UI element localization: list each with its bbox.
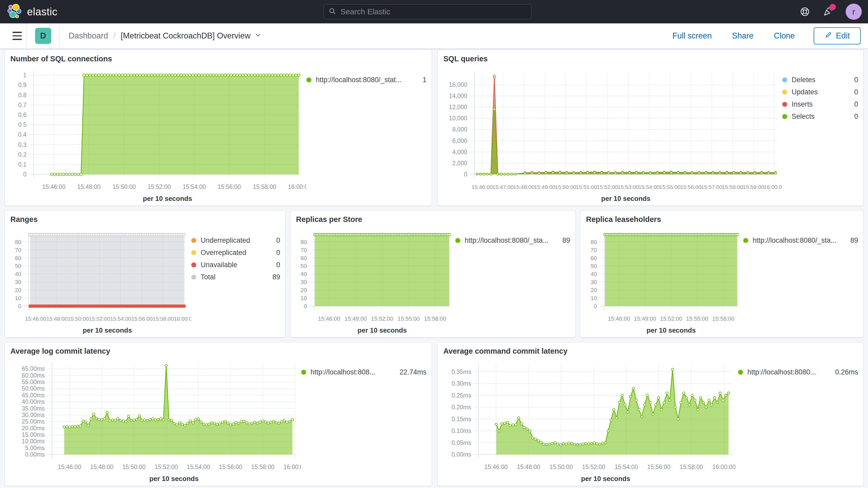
legend-value: 0: [846, 76, 858, 84]
edit-button[interactable]: Edit: [814, 27, 861, 44]
chart-legend: http://localhost:8080/_sta...89: [743, 225, 860, 335]
svg-text:0: 0: [594, 303, 597, 309]
pencil-icon: [825, 31, 832, 41]
svg-text:per 10 seconds: per 10 seconds: [647, 326, 696, 334]
legend-item[interactable]: http://localhost:8080/_sta...89: [455, 237, 570, 245]
svg-text:10: 10: [15, 295, 21, 301]
series-color-dot: [191, 275, 196, 280]
elastic-logo-icon: [7, 3, 23, 20]
series-color-dot: [455, 238, 460, 243]
search-input[interactable]: [340, 7, 527, 17]
svg-text:15:54:00: 15:54:00: [183, 183, 206, 190]
avatar[interactable]: r: [846, 4, 862, 20]
legend-item[interactable]: Underreplicated0: [191, 237, 280, 245]
legend-item[interactable]: Selects0: [782, 113, 858, 121]
svg-text:60: 60: [15, 255, 21, 262]
svg-text:15:46:00: 15:46:00: [58, 464, 81, 470]
svg-text:15:46:00: 15:46:00: [608, 315, 630, 322]
svg-text:0.5: 0.5: [18, 121, 27, 128]
svg-text:15:48:00: 15:48:00: [517, 464, 540, 470]
logo-text: elastic: [27, 6, 57, 18]
panel-sql-queries[interactable]: SQL queries 02,0004,0006,0008,00010,0001…: [437, 50, 864, 206]
legend-item[interactable]: Total89: [191, 273, 280, 281]
svg-text:0: 0: [304, 303, 307, 309]
help-icon[interactable]: [799, 6, 810, 17]
panel-average-command-commit-latency[interactable]: Average command commit latency 0.00ms0.0…: [437, 342, 864, 486]
legend-label: Inserts: [792, 100, 813, 109]
svg-text:0.8: 0.8: [18, 92, 27, 98]
panel-title: Average command commit latency: [443, 347, 863, 356]
svg-text:per 10 seconds: per 10 seconds: [358, 326, 407, 334]
legend-item[interactable]: Updates0: [782, 88, 858, 96]
elastic-logo[interactable]: elastic: [7, 3, 57, 20]
legend-label: http://localhost:808...: [311, 368, 375, 376]
panel-number-of-sql-connections[interactable]: Number of SQL connections 00.10.20.30.40…: [4, 50, 432, 206]
chart-plot[interactable]: 0102030405060708015:46:0015:49:0015:52:0…: [583, 225, 743, 335]
svg-text:0.00ms: 0.00ms: [25, 451, 45, 458]
panel-title: Average log commit latency: [10, 347, 432, 356]
svg-text:15:48:00: 15:48:00: [513, 184, 534, 190]
svg-text:65.00ms: 65.00ms: [22, 365, 45, 372]
panel-title: SQL queries: [443, 55, 863, 63]
legend-label: http://localhost:8080/_sta...: [753, 237, 837, 245]
svg-text:0: 0: [464, 171, 467, 178]
legend-value: 0: [846, 113, 858, 121]
chart-plot[interactable]: 00.10.20.30.40.50.60.70.80.9115:46:0015:…: [8, 64, 306, 203]
newsfeed-icon[interactable]: [822, 6, 834, 18]
panel-title: Replicas per Store: [296, 215, 576, 224]
breadcrumb-separator: /: [113, 31, 116, 40]
svg-text:50: 50: [301, 263, 307, 269]
svg-text:per 10 seconds: per 10 seconds: [601, 195, 650, 203]
svg-text:1: 1: [23, 72, 27, 79]
page-title[interactable]: [Metricbeat CockroachDB] Overview: [121, 31, 261, 40]
svg-text:15:58:00: 15:58:00: [712, 315, 735, 322]
svg-text:15:46:00: 15:46:00: [318, 315, 340, 322]
legend-item[interactable]: http://localhost:8080...0.26ms: [738, 368, 858, 376]
svg-text:12,000: 12,000: [449, 104, 467, 111]
menu-icon[interactable]: [8, 23, 27, 48]
svg-text:80: 80: [15, 239, 21, 245]
legend-item[interactable]: Inserts0: [782, 100, 858, 109]
chart-legend: http://localhost:808...22.74ms: [301, 357, 429, 483]
legend-item[interactable]: Unavailable0: [191, 261, 280, 269]
svg-text:15:59:00: 15:59:00: [743, 184, 764, 190]
svg-text:14,000: 14,000: [449, 92, 467, 99]
chart-plot[interactable]: 0.00ms0.05ms0.10ms0.15ms0.20ms0.25ms0.30…: [441, 357, 738, 483]
legend-item[interactable]: http://localhost:8080/_sta...89: [743, 237, 858, 245]
svg-text:15:47:00: 15:47:00: [493, 184, 514, 190]
share-button[interactable]: Share: [731, 31, 755, 41]
svg-text:15:56:00: 15:56:00: [219, 464, 243, 470]
svg-text:15:50:00: 15:50:00: [113, 183, 136, 190]
panel-replicas-per-store[interactable]: Replicas per Store 0102030405060708015:4…: [290, 210, 576, 338]
chart-plot[interactable]: 0102030405060708015:46:0015:48:0015:50:0…: [8, 225, 191, 335]
svg-text:16:00:00: 16:00:00: [174, 316, 191, 322]
panel-title: Ranges: [10, 215, 285, 224]
legend-label: http://localhost:8080/_sta...: [465, 237, 549, 245]
panel-ranges[interactable]: Ranges 0102030405060708015:46:0015:48:00…: [4, 210, 286, 338]
legend-item[interactable]: Overreplicated0: [191, 249, 280, 257]
svg-text:15:56:00: 15:56:00: [131, 316, 153, 322]
legend-item[interactable]: Deletes0: [782, 76, 858, 84]
chart-plot[interactable]: 0102030405060708015:46:0015:49:0015:52:0…: [293, 225, 455, 335]
global-search[interactable]: [323, 4, 531, 19]
svg-text:60.00ms: 60.00ms: [22, 372, 45, 379]
legend-label: Unavailable: [200, 261, 237, 269]
panel-replica-leaseholders[interactable]: Replica leaseholders 0102030405060708015…: [580, 210, 864, 338]
series-color-dot: [738, 370, 743, 375]
chart-plot[interactable]: 0.00ms5.00ms10.00ms15.00ms20.00ms25.00ms…: [8, 357, 301, 483]
svg-text:15:46:00: 15:46:00: [485, 464, 508, 470]
svg-text:0.6: 0.6: [18, 112, 27, 118]
panel-average-log-commit-latency[interactable]: Average log commit latency 0.00ms5.00ms1…: [4, 342, 432, 486]
legend-item[interactable]: http://localhost:8080/_stat...1: [306, 76, 427, 84]
svg-text:16,000: 16,000: [449, 81, 467, 88]
svg-text:20: 20: [301, 287, 307, 293]
full-screen-button[interactable]: Full screen: [671, 31, 713, 41]
breadcrumb-dashboard-link[interactable]: Dashboard: [69, 31, 108, 40]
svg-text:15:58:00: 15:58:00: [722, 184, 743, 190]
chart-plot[interactable]: 02,0004,0006,0008,00010,00012,00014,0001…: [441, 64, 782, 203]
svg-text:15.00ms: 15.00ms: [22, 431, 45, 438]
clone-button[interactable]: Clone: [772, 31, 797, 41]
legend-item[interactable]: http://localhost:808...22.74ms: [301, 368, 427, 376]
svg-text:50: 50: [591, 263, 597, 269]
space-badge[interactable]: D: [35, 28, 51, 44]
